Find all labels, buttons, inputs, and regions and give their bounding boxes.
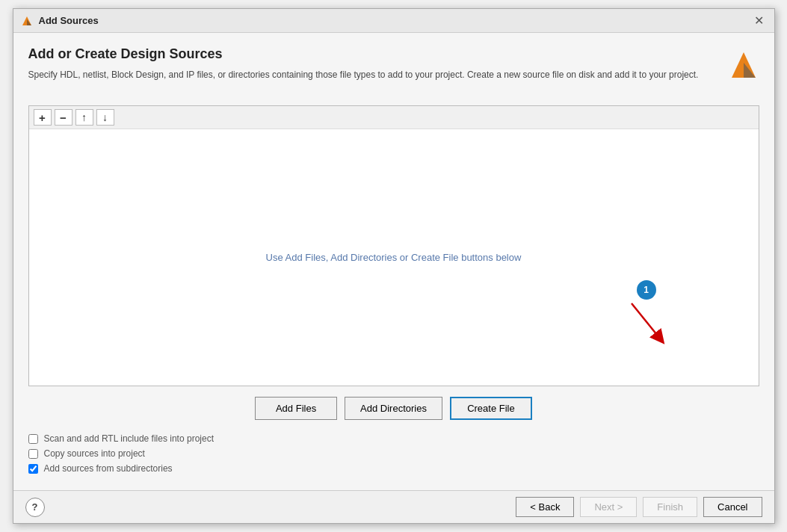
create-file-button[interactable]: Create File bbox=[450, 397, 532, 420]
move-down-toolbar-button[interactable]: ↓ bbox=[96, 109, 114, 126]
title-bar-left: Add Sources bbox=[21, 15, 99, 27]
checkboxes-area: Scan and add RTL include files into proj… bbox=[28, 430, 759, 483]
title-bar: Add Sources ✕ bbox=[13, 9, 774, 33]
annotation-group: 1 bbox=[624, 280, 669, 344]
header-left: Add or Create Design Sources Specify HDL… bbox=[28, 46, 728, 93]
page-title: Add or Create Design Sources bbox=[28, 46, 728, 62]
next-button[interactable]: Next > bbox=[580, 497, 637, 517]
copy-sources-checkbox-row[interactable]: Copy sources into project bbox=[28, 448, 759, 459]
nav-buttons: < Back Next > Finish Cancel bbox=[516, 497, 762, 517]
scan-rtl-checkbox[interactable] bbox=[28, 434, 38, 444]
bottom-bar: ? < Back Next > Finish Cancel bbox=[13, 490, 774, 523]
close-button[interactable]: ✕ bbox=[751, 15, 767, 27]
add-subdirs-label: Add sources from subdirectories bbox=[44, 463, 173, 474]
back-button[interactable]: < Back bbox=[516, 497, 574, 517]
cancel-button[interactable]: Cancel bbox=[703, 497, 762, 517]
scan-rtl-label: Scan and add RTL include files into proj… bbox=[44, 433, 214, 444]
down-arrow-icon: ↓ bbox=[102, 111, 108, 123]
dialog-content: Add or Create Design Sources Specify HDL… bbox=[13, 33, 774, 490]
copy-sources-checkbox[interactable] bbox=[28, 449, 38, 459]
plus-icon: + bbox=[39, 111, 46, 124]
add-subdirs-checkbox-row[interactable]: Add sources from subdirectories bbox=[28, 463, 759, 474]
action-buttons-row: Add Files Add Directories Create File bbox=[28, 397, 759, 420]
add-file-toolbar-button[interactable]: + bbox=[34, 109, 52, 126]
add-subdirs-checkbox[interactable] bbox=[28, 464, 38, 474]
file-list-area: Use Add Files, Add Directories or Create… bbox=[29, 129, 759, 386]
annotation-arrow-icon bbox=[624, 300, 669, 344]
add-sources-dialog: Add Sources ✕ Add or Create Design Sourc… bbox=[13, 8, 775, 524]
vivado-logo bbox=[728, 49, 759, 81]
page-description: Specify HDL, netlist, Block Design, and … bbox=[28, 68, 701, 81]
svg-line-4 bbox=[632, 303, 660, 338]
app-icon bbox=[21, 15, 33, 27]
copy-sources-label: Copy sources into project bbox=[44, 448, 145, 459]
minus-icon: − bbox=[60, 111, 67, 124]
file-area: + − ↑ ↓ Use Add Files, Add Directories o… bbox=[28, 105, 759, 386]
help-button[interactable]: ? bbox=[25, 498, 45, 517]
empty-hint-text: Use Add Files, Add Directories or Create… bbox=[266, 252, 522, 263]
add-files-button[interactable]: Add Files bbox=[255, 397, 337, 420]
finish-button[interactable]: Finish bbox=[643, 497, 697, 517]
annotation-badge: 1 bbox=[637, 280, 656, 300]
scan-rtl-checkbox-row[interactable]: Scan and add RTL include files into proj… bbox=[28, 433, 759, 444]
up-arrow-icon: ↑ bbox=[81, 111, 87, 123]
remove-file-toolbar-button[interactable]: − bbox=[55, 109, 72, 126]
header-right bbox=[728, 46, 759, 81]
move-up-toolbar-button[interactable]: ↑ bbox=[75, 109, 93, 126]
dialog-title: Add Sources bbox=[39, 15, 99, 26]
add-directories-button[interactable]: Add Directories bbox=[345, 397, 442, 420]
header-row: Add or Create Design Sources Specify HDL… bbox=[28, 46, 759, 93]
file-toolbar: + − ↑ ↓ bbox=[29, 106, 759, 129]
